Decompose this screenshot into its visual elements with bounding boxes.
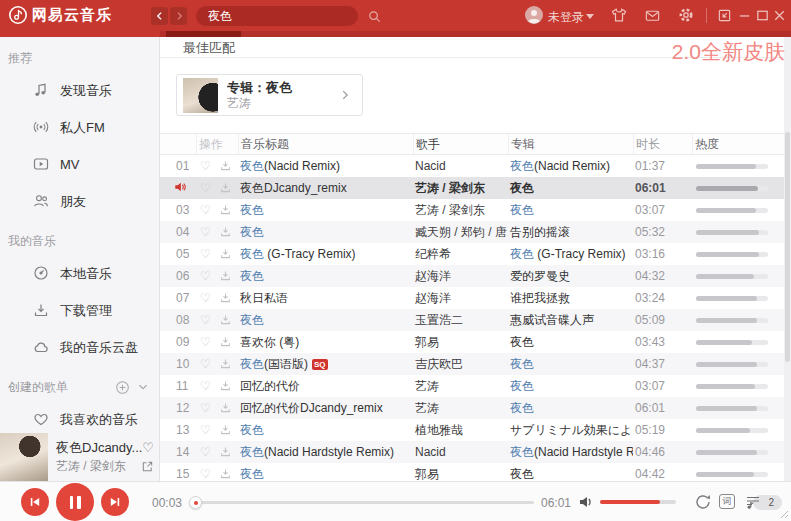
- close-icon[interactable]: [772, 8, 787, 23]
- minimize-icon[interactable]: [737, 8, 752, 23]
- scrollbar[interactable]: [784, 37, 791, 481]
- song-album-cell[interactable]: 夜色: [508, 177, 633, 199]
- song-artist-cell[interactable]: 植地雅哉: [413, 419, 508, 441]
- download-icon[interactable]: [220, 182, 231, 193]
- song-album-cell[interactable]: 夜色: [508, 463, 633, 481]
- song-artist-cell[interactable]: 赵海洋: [413, 265, 508, 287]
- heart-icon[interactable]: ♡: [200, 269, 211, 283]
- song-title-cell[interactable]: 夜色: [238, 265, 413, 287]
- pause-button[interactable]: [56, 483, 94, 521]
- sidebar-item-discover-music[interactable]: 发现音乐: [0, 72, 159, 109]
- download-icon[interactable]: [220, 468, 231, 479]
- song-artist-cell[interactable]: 艺涛: [413, 375, 508, 397]
- heart-icon[interactable]: ♡: [200, 467, 211, 481]
- song-title-cell[interactable]: 夜色(Nacid Hardstyle Remix): [238, 441, 413, 463]
- song-album-cell[interactable]: 谁把我拯救: [508, 287, 633, 309]
- download-icon[interactable]: [220, 204, 231, 215]
- song-album-cell[interactable]: 夜色: [508, 331, 633, 353]
- song-title-cell[interactable]: 夜色: [238, 221, 413, 243]
- table-row[interactable]: 14♡夜色(Nacid Hardstyle Remix)Nacid夜色(Naci…: [160, 441, 791, 463]
- song-title-cell[interactable]: 夜色 (G-Tracy Remix): [238, 243, 413, 265]
- add-playlist-icon[interactable]: [115, 380, 130, 395]
- song-album-cell[interactable]: 夜色: [508, 375, 633, 397]
- album-card-artist[interactable]: 艺涛: [227, 96, 338, 111]
- song-artist-cell[interactable]: 吉庆欧巴: [413, 353, 508, 375]
- login-label[interactable]: 未登录: [548, 9, 584, 26]
- song-title-cell[interactable]: 夜色DJcandy_remix: [238, 177, 413, 199]
- heart-icon[interactable]: ♡: [200, 423, 211, 437]
- song-album-segment[interactable]: 夜色: [510, 247, 534, 261]
- collapse-playlists-icon[interactable]: [136, 380, 151, 395]
- album-card-title[interactable]: 专辑：夜色: [227, 80, 338, 96]
- song-title-segment[interactable]: 夜色: [240, 357, 264, 371]
- table-row[interactable]: 04♡夜色臧天朔 / 郑钧 / 唐...告别的摇滚05:32: [160, 221, 791, 243]
- song-album-cell[interactable]: 夜色 (G-Tracy Remix): [508, 243, 633, 265]
- heart-icon[interactable]: ♡: [200, 379, 211, 393]
- scrollbar-thumb[interactable]: [785, 132, 790, 362]
- mail-icon[interactable]: [644, 7, 662, 25]
- song-title-segment[interactable]: 回忆的代价: [240, 379, 300, 393]
- like-icon[interactable]: ♡: [142, 441, 154, 454]
- song-album-cell[interactable]: サブリミナル効果によ...: [508, 419, 633, 441]
- song-title-segment[interactable]: 喜欢你 (粤): [240, 335, 299, 349]
- song-title-segment[interactable]: (Nacid Hardstyle Remix): [264, 445, 394, 459]
- download-icon[interactable]: [220, 446, 231, 457]
- table-row[interactable]: 10♡夜色(国语版)SQ吉庆欧巴夜色04:37: [160, 353, 791, 375]
- song-title-cell[interactable]: 喜欢你 (粤): [238, 331, 413, 353]
- song-artist-cell[interactable]: 艺涛: [413, 397, 508, 419]
- sidebar-item-music-cloud-drive[interactable]: 我的音乐云盘: [0, 329, 159, 366]
- heart-icon[interactable]: ♡: [200, 335, 211, 349]
- table-row[interactable]: 15♡夜色郭易夜色04:42: [160, 463, 791, 481]
- table-row[interactable]: 07♡秋日私语赵海洋谁把我拯救03:24: [160, 287, 791, 309]
- share-icon[interactable]: [141, 460, 154, 473]
- table-row[interactable]: 11♡回忆的代价艺涛夜色03:07: [160, 375, 791, 397]
- song-album-segment[interactable]: (Nacid Hardstyle R...: [534, 445, 633, 459]
- song-title-segment[interactable]: (G-Tracy Remix): [264, 247, 356, 261]
- sidebar-item-mv[interactable]: MV: [0, 146, 159, 183]
- sidebar-item-local-music[interactable]: 本地音乐: [0, 255, 159, 292]
- download-icon[interactable]: [220, 226, 231, 237]
- song-artist-cell[interactable]: 玉置浩二: [413, 309, 508, 331]
- sidebar-item-personal-fm[interactable]: 私人FM: [0, 109, 159, 146]
- forward-button[interactable]: [170, 7, 187, 25]
- song-album-segment[interactable]: サブリミナル効果によ...: [510, 423, 633, 437]
- song-artist-cell[interactable]: Nacid: [413, 155, 508, 177]
- download-icon[interactable]: [220, 424, 231, 435]
- heart-icon[interactable]: ♡: [200, 247, 211, 261]
- song-album-segment[interactable]: 告别的摇滚: [510, 225, 570, 239]
- song-album-segment[interactable]: (G-Tracy Remix): [534, 247, 626, 261]
- search-icon[interactable]: [367, 9, 382, 24]
- song-title-segment[interactable]: 夜色: [240, 247, 264, 261]
- skin-icon[interactable]: [610, 6, 628, 24]
- playlist-button[interactable]: 2: [744, 493, 784, 511]
- lyrics-icon[interactable]: 词: [719, 494, 735, 509]
- song-title-segment[interactable]: (国语版): [264, 357, 308, 371]
- song-title-segment[interactable]: 夜色: [240, 203, 264, 217]
- song-artist-cell[interactable]: 赵海洋: [413, 287, 508, 309]
- table-row[interactable]: 08♡夜色玉置浩二惠威试音碟人声05:09: [160, 309, 791, 331]
- song-title-cell[interactable]: 回忆的代价: [238, 375, 413, 397]
- song-title-cell[interactable]: 夜色: [238, 419, 413, 441]
- heart-icon[interactable]: ♡: [200, 203, 211, 217]
- song-album-segment[interactable]: 夜色: [510, 467, 534, 481]
- table-row[interactable]: 01♡夜色(Nacid Remix)Nacid夜色(Nacid Remix)01…: [160, 155, 791, 177]
- heart-icon[interactable]: ♡: [200, 401, 211, 415]
- sidebar-item-friends[interactable]: 朋友: [0, 183, 159, 220]
- song-title-segment[interactable]: 回忆的代价DJcandy_remix: [240, 401, 383, 415]
- song-album-cell[interactable]: 爱的罗曼史: [508, 265, 633, 287]
- chevron-right-icon[interactable]: [338, 88, 352, 102]
- search-box[interactable]: [196, 6, 358, 26]
- heart-icon[interactable]: ♡: [200, 357, 211, 371]
- song-title-cell[interactable]: 夜色: [238, 463, 413, 481]
- song-album-segment[interactable]: 夜色: [510, 335, 534, 349]
- song-album-segment[interactable]: 惠威试音碟人声: [510, 313, 594, 327]
- song-artist-cell[interactable]: 艺涛 / 梁剑东: [413, 199, 508, 221]
- download-icon[interactable]: [220, 270, 231, 281]
- song-title-segment[interactable]: 夜色DJcandy_remix: [240, 181, 347, 195]
- now-playing-artwork[interactable]: [0, 433, 48, 481]
- heart-icon[interactable]: ♡: [200, 291, 211, 305]
- app-logo[interactable]: 网易云音乐: [8, 5, 112, 25]
- now-playing-title[interactable]: 夜色DJcandy...: [56, 439, 142, 457]
- table-row[interactable]: 13♡夜色植地雅哉サブリミナル効果によ...05:19: [160, 419, 791, 441]
- search-input[interactable]: [196, 9, 367, 23]
